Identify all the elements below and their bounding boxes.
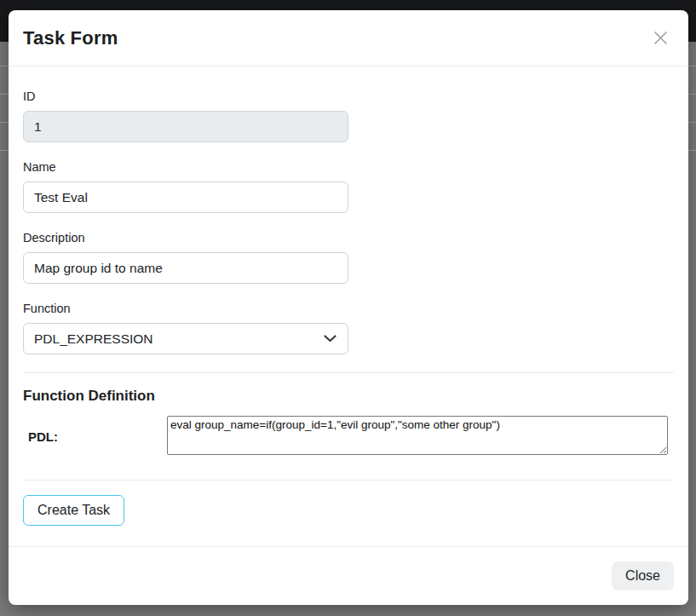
function-label: Function [23, 302, 674, 316]
pdl-label: PDL: [23, 416, 167, 444]
field-group-function: Function PDL_EXPRESSION [23, 302, 674, 354]
chevron-down-icon [324, 335, 336, 343]
close-button[interactable]: Close [612, 561, 674, 590]
function-select[interactable]: PDL_EXPRESSION [23, 323, 348, 354]
task-form-modal: Task Form ID Name Description Function P… [9, 10, 688, 605]
name-input[interactable] [23, 181, 348, 213]
create-task-button[interactable]: Create Task [23, 495, 124, 526]
modal-header: Task Form [9, 10, 688, 66]
field-group-description: Description [23, 231, 674, 284]
pdl-row: PDL: eval group_name=if(group_id=1,"evil… [23, 416, 674, 455]
name-label: Name [23, 160, 674, 175]
actions-divider [23, 480, 674, 481]
description-label: Description [23, 231, 674, 245]
function-select-value: PDL_EXPRESSION [34, 331, 153, 347]
modal-title: Task Form [23, 27, 118, 49]
description-input[interactable] [23, 252, 348, 284]
id-label: ID [23, 89, 674, 104]
section-divider [23, 372, 674, 373]
field-group-id: ID [23, 89, 674, 142]
pdl-textarea[interactable]: eval group_name=if(group_id=1,"evil grou… [167, 416, 668, 455]
field-group-name: Name [23, 160, 674, 213]
modal-footer: Close [9, 546, 688, 605]
x-icon [653, 30, 669, 46]
close-icon[interactable] [649, 27, 671, 49]
id-input [23, 111, 348, 142]
function-definition-heading: Function Definition [23, 388, 674, 405]
modal-body: ID Name Description Function PDL_EXPRESS… [9, 66, 688, 546]
